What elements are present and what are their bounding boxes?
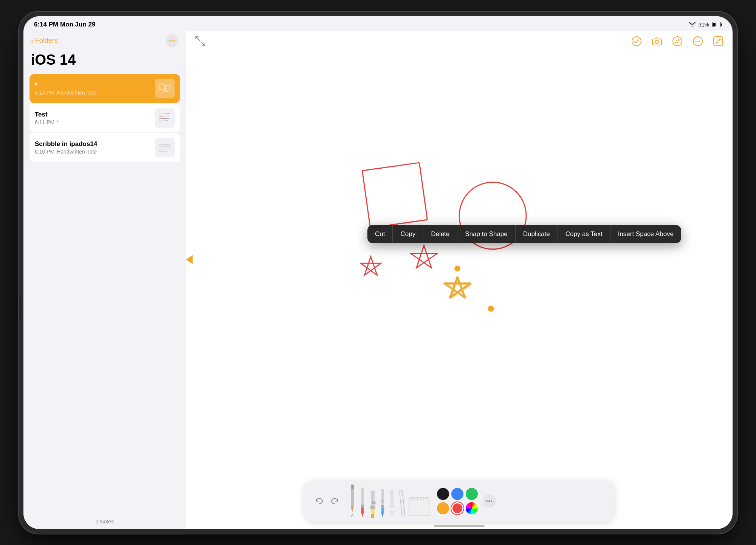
selection-handle-top: [454, 266, 460, 272]
back-button[interactable]: ‹ Folders: [31, 36, 58, 45]
svg-point-21: [673, 37, 682, 46]
copy-as-text-label: Copy as Text: [565, 230, 603, 238]
svg-rect-50: [390, 512, 393, 515]
svg-point-3: [169, 40, 170, 42]
context-delete[interactable]: Delete: [423, 225, 457, 243]
svg-rect-29: [362, 163, 427, 228]
color-swatch-yellow[interactable]: [437, 502, 449, 514]
back-chevron-icon: ‹: [31, 36, 34, 45]
pen-tools-group: A: [348, 484, 429, 518]
notes-list: * 6:14 PM Handwritten note: [29, 74, 180, 162]
wifi-icon: [689, 22, 696, 27]
note-preview-active: [157, 81, 172, 96]
yellow-marker-tool[interactable]: 80: [369, 491, 377, 518]
svg-rect-27: [714, 37, 723, 46]
more-tools-button[interactable]: [482, 494, 496, 508]
svg-point-25: [697, 40, 699, 42]
notes-count: 3 Notes: [96, 519, 114, 525]
selection-handle-bottom: [488, 306, 494, 312]
svg-point-60: [488, 500, 490, 502]
note-time-scribble: 6:10 PM: [35, 149, 54, 155]
blue-pen-tool[interactable]: 50: [379, 489, 386, 518]
svg-rect-51: [399, 490, 405, 516]
edit-button[interactable]: [711, 34, 725, 48]
note-item-test[interactable]: Test 6:11 PM *: [29, 104, 180, 132]
svg-line-22: [678, 40, 679, 41]
status-bar: 6:14 PM Mon Jun 29 31%: [23, 16, 733, 31]
svg-rect-49: [390, 507, 394, 512]
redo-button[interactable]: [328, 494, 342, 508]
context-insert-space-above[interactable]: Insert Space Above: [610, 225, 681, 243]
svg-rect-43: [381, 489, 384, 507]
note-thumb-active: [155, 79, 175, 98]
color-swatch-blue[interactable]: [451, 488, 463, 500]
sidebar-header: ‹ Folders: [29, 31, 180, 52]
camera-icon: [652, 37, 662, 45]
svg-text:50: 50: [381, 499, 384, 503]
star-outline-center: [411, 245, 437, 267]
note-title-test: Test: [35, 111, 155, 118]
svg-rect-1: [721, 23, 722, 26]
svg-point-4: [171, 40, 173, 42]
svg-point-59: [486, 500, 488, 502]
note-item-active[interactable]: * 6:14 PM Handwritten note: [29, 74, 180, 103]
context-copy[interactable]: Copy: [393, 225, 423, 243]
context-cut[interactable]: Cut: [367, 225, 393, 243]
note-subtitle-active: Handwritten note: [57, 90, 97, 96]
note-time-active: 6:14 PM: [35, 90, 54, 96]
resize-icon[interactable]: [194, 34, 207, 48]
color-swatch-multicolor[interactable]: [466, 502, 478, 514]
svg-text:80: 80: [372, 501, 376, 505]
note-meta-scribble: 6:10 PM Handwritten note: [35, 149, 155, 155]
toolbar-left: [194, 34, 207, 48]
color-swatch-green[interactable]: [466, 488, 478, 500]
canvas-area[interactable]: Cut Copy Delete Snap to Shape Duplicate: [186, 51, 733, 529]
copy-label: Copy: [400, 230, 415, 238]
back-label: Folders: [35, 37, 58, 45]
sidebar-footer: 3 Notes: [29, 514, 180, 529]
note-thumb-test: [155, 108, 175, 128]
context-menu: Cut Copy Delete Snap to Shape Duplicate: [367, 225, 681, 243]
svg-marker-33: [352, 509, 353, 512]
note-toolbar: [186, 31, 733, 51]
svg-point-5: [174, 40, 175, 42]
square-shape: [362, 163, 427, 228]
main-content: ‹ Folders iOS 14: [23, 31, 733, 529]
svg-point-24: [696, 40, 697, 42]
ipad-screen: 6:14 PM Mon Jun 29 31%: [23, 16, 733, 529]
eraser-tool[interactable]: [388, 490, 396, 518]
more-circle-icon: [693, 36, 703, 46]
checklist-button[interactable]: [630, 34, 643, 48]
note-meta-test: 6:11 PM *: [35, 119, 155, 125]
svg-marker-46: [381, 513, 384, 517]
more-options-button[interactable]: [691, 34, 705, 48]
note-item-scribble[interactable]: Scribble in ipados14 6:10 PM Handwritten…: [29, 133, 180, 162]
undo-button[interactable]: [312, 494, 326, 508]
markup-button[interactable]: [671, 34, 684, 48]
ruler-tool[interactable]: [409, 496, 429, 518]
left-arrow-indicator: [186, 255, 193, 264]
svg-rect-31: [351, 484, 354, 489]
context-copy-as-text[interactable]: Copy as Text: [558, 225, 610, 243]
star-outline-left: [361, 256, 381, 275]
note-title-scribble: Scribble in ipados14: [35, 140, 155, 148]
pencil-tool[interactable]: A: [348, 484, 356, 518]
svg-rect-34: [361, 488, 364, 506]
svg-line-16: [196, 37, 200, 40]
color-swatch-black[interactable]: [437, 488, 449, 500]
sidebar-more-button[interactable]: [166, 34, 178, 47]
duplicate-label: Duplicate: [523, 230, 550, 238]
color-swatch-red[interactable]: [451, 502, 463, 514]
camera-button[interactable]: [650, 34, 664, 48]
svg-point-26: [699, 40, 700, 42]
context-duplicate[interactable]: Duplicate: [516, 225, 558, 243]
context-snap-to-shape[interactable]: Snap to Shape: [457, 225, 515, 243]
star-selected-orange: [445, 277, 471, 298]
svg-marker-37: [361, 513, 364, 517]
note-preview-test: [157, 110, 172, 126]
svg-rect-40: [370, 506, 375, 509]
lasso-tool[interactable]: [398, 490, 406, 518]
snap-to-shape-label: Snap to Shape: [465, 230, 507, 238]
red-pen-tool[interactable]: [359, 488, 366, 518]
svg-rect-45: [381, 505, 384, 508]
